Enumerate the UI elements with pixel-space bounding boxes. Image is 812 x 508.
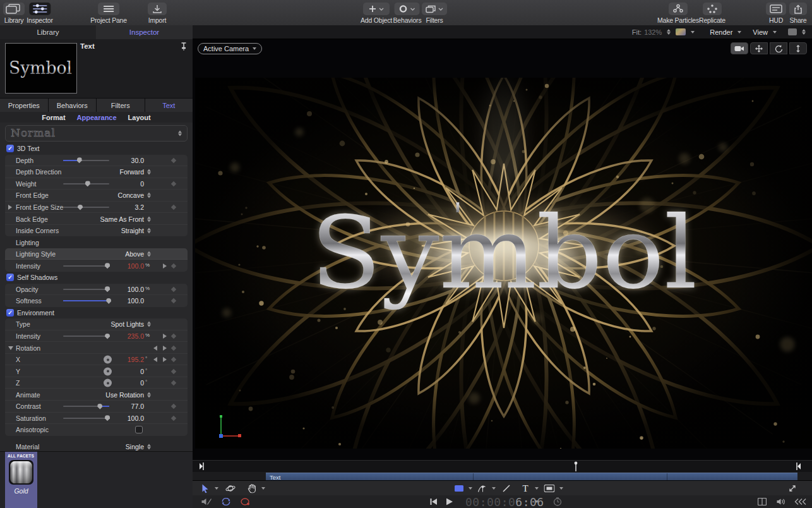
toolbar-filters-button[interactable]: Filters <box>422 3 447 24</box>
tab-library[interactable]: Library <box>0 25 97 39</box>
loop-icon[interactable] <box>221 498 232 505</box>
row-value[interactable]: 0 <box>100 180 144 188</box>
row-value[interactable]: Use Rotation <box>100 391 144 399</box>
checkbox-unchecked[interactable] <box>135 426 143 433</box>
checkbox-checked[interactable]: ✓ <box>6 309 14 317</box>
hand-tool-chevron[interactable] <box>261 487 265 490</box>
checkbox-checked[interactable]: ✓ <box>6 274 14 281</box>
toolbar-behaviors-button[interactable]: Behaviors <box>393 3 422 24</box>
timeline-ruler[interactable] <box>193 460 812 473</box>
subtab-format[interactable]: Format <box>42 114 65 121</box>
row-value[interactable]: 3.2 <box>100 203 144 211</box>
zoom-stepper-icon[interactable] <box>667 29 671 35</box>
row-value[interactable]: 0 <box>100 379 144 387</box>
tab-properties[interactable]: Properties <box>0 99 49 112</box>
material-value[interactable]: Single <box>100 443 144 451</box>
row-value[interactable]: 100.0 <box>100 414 144 422</box>
text-tool[interactable]: T <box>522 483 528 493</box>
orbit-3d-tool[interactable] <box>225 483 236 493</box>
text-tool-chevron[interactable] <box>535 487 539 490</box>
disclosure-down-icon[interactable] <box>8 346 13 350</box>
camera-view-button[interactable] <box>731 42 748 54</box>
row-value[interactable]: Straight <box>100 227 144 234</box>
prev-keyframe-icon[interactable] <box>153 357 157 362</box>
row-value[interactable]: 100.0 <box>100 262 144 270</box>
row-value[interactable]: 100.0 <box>100 297 144 305</box>
dropdown-stepper-icon[interactable] <box>147 322 151 327</box>
go-to-start-button[interactable] <box>430 499 438 505</box>
tab-inspector[interactable]: Inspector <box>96 25 193 39</box>
style-preset-dropdown[interactable]: Normal <box>5 125 188 142</box>
row-value[interactable]: Concave <box>100 191 144 199</box>
pan-view-button[interactable] <box>750 42 768 54</box>
row-value[interactable]: 195.2 <box>100 356 144 363</box>
dropdown-stepper-icon[interactable] <box>147 251 151 257</box>
pin-icon[interactable] <box>181 42 187 53</box>
prev-keyframe-icon[interactable] <box>153 346 157 351</box>
select-tool[interactable] <box>201 483 210 493</box>
next-keyframe-icon[interactable] <box>163 346 167 351</box>
audio-icon[interactable] <box>777 498 786 505</box>
next-keyframe-icon[interactable] <box>163 263 167 269</box>
checkbox-checked[interactable]: ✓ <box>6 145 14 152</box>
dolly-view-button[interactable] <box>789 42 807 54</box>
timing-icon[interactable] <box>553 497 562 506</box>
toolbar-replicate-button[interactable]: Replicate <box>699 3 725 24</box>
bezier-tool[interactable] <box>477 483 487 493</box>
render-menu[interactable]: Render <box>710 28 732 36</box>
expand-timeline-icon[interactable] <box>788 484 797 493</box>
toolbar-add-object-button[interactable]: Add Object <box>361 3 392 24</box>
toolbar-library-button[interactable]: Library <box>3 3 25 24</box>
record-icon[interactable] <box>241 498 250 505</box>
toolbar-project-pane-button[interactable]: Project Pane <box>90 3 127 24</box>
tab-behaviors[interactable]: Behaviors <box>49 99 97 112</box>
play-button[interactable] <box>446 499 453 505</box>
dropdown-stepper-icon[interactable] <box>147 216 151 222</box>
next-keyframe-icon[interactable] <box>163 334 167 339</box>
layout-stepper-icon[interactable] <box>802 29 806 35</box>
next-keyframe-icon[interactable] <box>163 357 167 362</box>
select-tool-chevron[interactable] <box>215 487 218 490</box>
material-swatch-selected[interactable]: ALL FACETS Gold <box>5 452 37 508</box>
toolbar-import-button[interactable]: Import <box>148 3 167 24</box>
view-menu[interactable]: View <box>753 28 768 36</box>
timecode-chevron[interactable] <box>535 500 539 503</box>
row-value[interactable]: 77.0 <box>100 402 144 410</box>
bezier-tool-chevron[interactable] <box>492 487 496 490</box>
subtab-appearance[interactable]: Appearance <box>77 114 117 121</box>
material-stepper-icon[interactable] <box>147 444 151 450</box>
collapse-icons[interactable] <box>794 499 806 505</box>
dropdown-stepper-icon[interactable] <box>147 169 151 175</box>
canvas-viewport[interactable]: Symbol ' Active Camera <box>193 39 812 460</box>
orbit-view-button[interactable] <box>770 42 787 54</box>
camera-menu[interactable]: Active Camera <box>198 43 262 54</box>
timecode-display[interactable]: 00:00:06:06 <box>465 495 544 508</box>
rect-tool[interactable] <box>455 485 464 492</box>
toolbar-share-button[interactable]: Share <box>789 3 807 24</box>
row-value[interactable]: 0 <box>100 368 144 375</box>
row-value[interactable]: Above <box>100 250 144 258</box>
tab-text[interactable]: Text <box>145 99 193 112</box>
mask-tool[interactable] <box>544 485 555 492</box>
dropdown-stepper-icon[interactable] <box>147 193 151 198</box>
row-value[interactable]: 100.0 <box>100 286 144 293</box>
row-value[interactable]: 30.0 <box>100 157 144 164</box>
toolbar-make-particles-button[interactable]: Make Particles <box>657 3 699 24</box>
tab-filters[interactable]: Filters <box>97 99 145 112</box>
layout-swatch[interactable] <box>788 28 797 35</box>
hand-tool[interactable] <box>248 483 256 493</box>
mute-icon[interactable] <box>201 498 212 506</box>
channel-swatch[interactable] <box>676 28 686 35</box>
text-track-bar[interactable]: Text <box>266 473 797 480</box>
fit-value[interactable]: 132% <box>644 28 662 36</box>
stroke-tool[interactable] <box>502 484 511 493</box>
toolbar-inspector-button[interactable]: Inspector <box>27 3 52 24</box>
row-value[interactable]: Forward <box>100 168 144 176</box>
row-value[interactable]: Same As Front <box>100 215 144 223</box>
disclosure-right-icon[interactable] <box>8 205 12 210</box>
row-value[interactable]: 235.0 <box>100 332 144 340</box>
dropdown-stepper-icon[interactable] <box>147 392 151 397</box>
row-value[interactable]: Spot Lights <box>100 320 144 328</box>
rect-tool-chevron[interactable] <box>469 487 472 490</box>
subtab-layout[interactable]: Layout <box>128 114 151 121</box>
